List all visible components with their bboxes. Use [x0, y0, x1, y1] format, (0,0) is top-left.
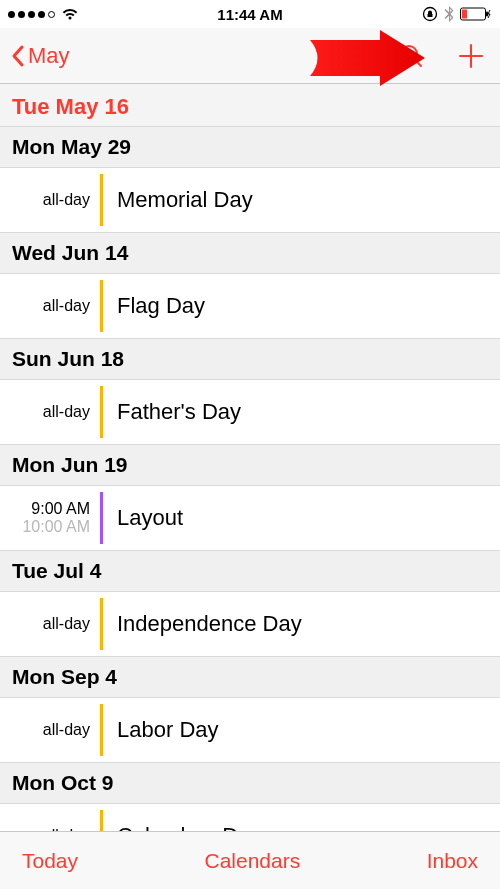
event-time: all-day [0, 592, 100, 656]
event-row[interactable]: all-day Independence Day [0, 592, 500, 656]
event-row[interactable]: all-day Father's Day [0, 380, 500, 444]
event-time: all-day [0, 380, 100, 444]
svg-point-6 [335, 54, 339, 58]
add-event-button[interactable] [458, 43, 484, 69]
event-row[interactable]: all-day Memorial Day [0, 168, 500, 232]
date-header: Mon Oct 9 [0, 762, 500, 804]
current-date-header: Tue May 16 [0, 84, 500, 126]
search-button[interactable] [398, 43, 424, 69]
event-title: Labor Day [103, 698, 500, 762]
date-header: Wed Jun 14 [0, 232, 500, 274]
event-row[interactable]: 9:00 AM 10:00 AM Layout [0, 486, 500, 550]
nav-right [334, 43, 490, 69]
bottom-toolbar: Today Calendars Inbox [0, 831, 500, 889]
signal-dots-icon [8, 11, 55, 18]
svg-point-4 [335, 46, 339, 50]
chevron-left-icon [10, 44, 26, 68]
back-button[interactable]: May [10, 43, 70, 69]
event-title: Independence Day [103, 592, 500, 656]
status-right [422, 6, 492, 22]
event-title: Memorial Day [103, 168, 500, 232]
svg-rect-2 [462, 10, 467, 19]
status-bar: 11:44 AM [0, 0, 500, 28]
event-time: all-day [0, 804, 100, 831]
search-icon [398, 43, 424, 69]
plus-icon [458, 43, 484, 69]
event-time: all-day [0, 168, 100, 232]
bluetooth-icon [444, 6, 454, 22]
calendars-button[interactable]: Calendars [204, 849, 300, 873]
date-header: Sun Jun 18 [0, 338, 500, 380]
nav-bar: May [0, 28, 500, 84]
event-title: Flag Day [103, 274, 500, 338]
status-left [8, 7, 79, 21]
battery-icon [460, 7, 492, 21]
event-row[interactable]: all-day Labor Day [0, 698, 500, 762]
date-header: Tue Jul 4 [0, 550, 500, 592]
wifi-icon [61, 7, 79, 21]
event-time: all-day [0, 274, 100, 338]
event-row[interactable]: all-day Flag Day [0, 274, 500, 338]
date-header: Mon May 29 [0, 126, 500, 168]
event-time: all-day [0, 698, 100, 762]
svg-line-11 [415, 60, 421, 66]
event-title: Layout [103, 486, 500, 550]
event-title: Father's Day [103, 380, 500, 444]
back-label: May [28, 43, 70, 69]
orientation-lock-icon [422, 6, 438, 22]
inbox-button[interactable]: Inbox [427, 849, 478, 873]
date-header: Mon Jun 19 [0, 444, 500, 486]
date-header: Mon Sep 4 [0, 656, 500, 698]
svg-point-8 [335, 62, 339, 66]
event-row[interactable]: all-day Columbus Day [0, 804, 500, 831]
svg-rect-7 [342, 54, 362, 57]
event-time: 9:00 AM 10:00 AM [0, 486, 100, 550]
svg-rect-5 [342, 46, 362, 49]
svg-rect-9 [342, 62, 362, 65]
list-icon [334, 44, 364, 68]
list-view-button[interactable] [334, 44, 364, 68]
event-title: Columbus Day [103, 804, 500, 831]
today-button[interactable]: Today [22, 849, 78, 873]
event-list[interactable]: Tue May 16 Mon May 29 all-day Memorial D… [0, 84, 500, 831]
